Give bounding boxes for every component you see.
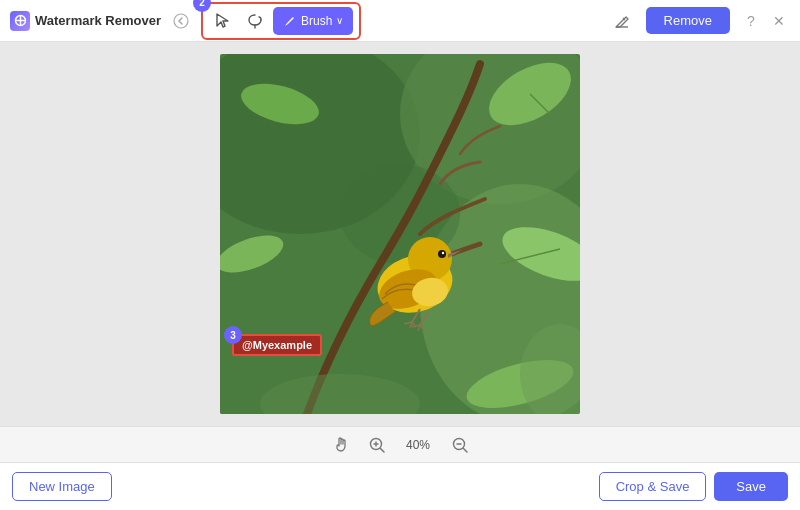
zoom-out-button[interactable] bbox=[448, 433, 472, 457]
pan-tool-button[interactable] bbox=[329, 433, 353, 457]
svg-line-43 bbox=[463, 448, 467, 452]
brush-tool-button[interactable]: Brush ∨ bbox=[273, 7, 353, 35]
lasso-tool-button[interactable] bbox=[241, 7, 269, 35]
app-title: Watermark Remover bbox=[35, 13, 161, 28]
tool-group: 2 Brush bbox=[201, 2, 361, 40]
new-image-button[interactable]: New Image bbox=[12, 472, 112, 501]
selection-tool-button[interactable] bbox=[209, 7, 237, 35]
toolbar-right: Remove ? ✕ bbox=[608, 7, 790, 35]
svg-line-6 bbox=[292, 18, 293, 19]
brush-label: Brush bbox=[301, 14, 332, 28]
svg-line-40 bbox=[380, 448, 384, 452]
step-3-badge: 3 bbox=[224, 326, 242, 344]
svg-point-3 bbox=[174, 14, 188, 28]
main-image[interactable] bbox=[220, 54, 580, 414]
eraser-button[interactable] bbox=[608, 7, 636, 35]
remove-button[interactable]: Remove bbox=[646, 7, 730, 34]
zoom-bar: 40% bbox=[0, 426, 800, 462]
image-container: 3 @Myexample bbox=[220, 54, 580, 414]
watermark-label: 3 @Myexample bbox=[232, 334, 322, 356]
watermark-text: @Myexample bbox=[242, 339, 312, 351]
title-bar-left: Watermark Remover 2 bbox=[10, 2, 361, 40]
title-bar: Watermark Remover 2 bbox=[0, 0, 800, 42]
logo-icon bbox=[10, 11, 30, 31]
window-controls: ? ✕ bbox=[740, 10, 790, 32]
back-button[interactable] bbox=[169, 9, 193, 33]
zoom-percent: 40% bbox=[401, 438, 436, 452]
crop-save-button[interactable]: Crop & Save bbox=[599, 472, 707, 501]
svg-marker-4 bbox=[217, 14, 228, 27]
action-right-group: Crop & Save Save bbox=[599, 472, 788, 501]
zoom-in-button[interactable] bbox=[365, 433, 389, 457]
svg-point-25 bbox=[438, 250, 446, 258]
canvas-area: 3 @Myexample bbox=[0, 42, 800, 426]
action-bar: New Image Crop & Save Save bbox=[0, 462, 800, 510]
save-button[interactable]: Save bbox=[714, 472, 788, 501]
close-button[interactable]: ✕ bbox=[768, 10, 790, 32]
svg-point-26 bbox=[442, 252, 444, 254]
brush-chevron-icon: ∨ bbox=[336, 15, 343, 26]
app-logo: Watermark Remover bbox=[10, 11, 161, 31]
help-button[interactable]: ? bbox=[740, 10, 762, 32]
